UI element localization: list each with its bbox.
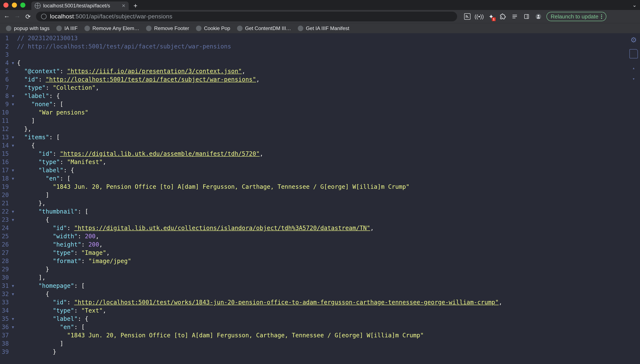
fold-spacer <box>12 240 14 249</box>
line-number: 12 <box>2 125 9 133</box>
line-number: 4 <box>2 59 9 67</box>
back-button[interactable]: ← <box>2 12 11 21</box>
side-panel-icon[interactable] <box>523 13 530 20</box>
close-window-button[interactable] <box>4 2 8 8</box>
fold-spacer <box>12 232 14 240</box>
bookmark-item[interactable]: popup with tags <box>4 24 52 32</box>
line-number: 35 <box>2 315 9 323</box>
line-number: 19 <box>2 183 9 191</box>
fold-column: ▼▼▼▼▼▼▼▼▼▼▼▼▼ <box>12 33 17 364</box>
line-number: 30 <box>2 274 9 282</box>
hypothesis-extension-icon[interactable]: h. <box>464 13 471 20</box>
fold-toggle-icon[interactable]: ▼ <box>12 59 14 67</box>
code-line: "label": { <box>17 92 640 100</box>
fold-spacer <box>12 116 14 125</box>
fold-spacer <box>12 50 14 59</box>
toolbar: ← → ⟳ localhost:5001/api/facet/subject/w… <box>0 10 640 23</box>
fold-toggle-icon[interactable]: ▼ <box>12 100 14 108</box>
fold-toggle-icon[interactable]: ▼ <box>12 315 14 323</box>
minimize-window-button[interactable] <box>12 2 17 8</box>
code-line: "en": [ <box>17 174 640 183</box>
relaunch-to-update-button[interactable]: Relaunch to update <box>546 12 606 21</box>
fold-spacer <box>12 34 14 42</box>
fold-toggle-icon[interactable]: ▼ <box>12 141 14 150</box>
url-text: localhost:5001/api/facet/subject/war-pen… <box>50 13 172 20</box>
code-line: "label": { <box>17 166 640 174</box>
reload-button[interactable]: ⟳ <box>24 12 32 21</box>
tab-strip: localhost:5001/test/api/facet/s × + <box>31 0 140 10</box>
code-line: { <box>17 141 640 150</box>
fold-spacer <box>12 348 14 356</box>
maximize-window-button[interactable] <box>20 2 26 8</box>
extensions-menu-icon[interactable] <box>499 13 507 20</box>
forward-button[interactable]: → <box>13 12 22 21</box>
code-line: "id": "https://digital.lib.utk.edu/assem… <box>17 150 640 158</box>
code-line: "format": "image/jpeg" <box>17 257 640 265</box>
collapse-all-icon[interactable]: ▴ <box>632 64 635 72</box>
tab-title: localhost:5001/test/api/facet/s <box>43 3 119 9</box>
line-number: 20 <box>2 191 9 199</box>
fold-spacer <box>12 75 14 84</box>
bookmark-item[interactable]: Remove Any Elem… <box>82 24 142 32</box>
settings-gear-icon[interactable]: ⚙ <box>631 35 636 44</box>
bookmark-item[interactable]: Remove Footer <box>144 24 192 32</box>
fold-toggle-icon[interactable]: ▼ <box>12 174 14 183</box>
bookmark-icon <box>196 26 202 31</box>
code-line: "type": "Collection", <box>17 84 640 92</box>
line-number: 15 <box>2 150 9 158</box>
code-line: "@context": "https://iiif.io/api/present… <box>17 67 640 75</box>
extension-with-badge-icon[interactable]: ✦ 1 <box>487 13 495 20</box>
fold-toggle-icon[interactable]: ▼ <box>12 282 14 290</box>
fold-spacer <box>12 199 14 208</box>
fold-spacer <box>12 42 14 50</box>
bookmark-icon <box>56 26 62 31</box>
new-tab-button[interactable]: + <box>131 2 140 10</box>
code-line: ] <box>17 116 640 125</box>
site-info-icon[interactable] <box>41 14 46 19</box>
line-number: 2 <box>2 42 9 50</box>
code-line: { <box>17 59 640 67</box>
code-line: "height": 200, <box>17 240 640 249</box>
live-reload-extension-icon[interactable]: ((•)) <box>475 13 483 20</box>
code-line: }, <box>17 199 640 208</box>
svg-rect-0 <box>524 14 529 18</box>
line-number: 32 <box>2 290 9 298</box>
line-number: 24 <box>2 224 9 232</box>
line-number: 27 <box>2 249 9 257</box>
bookmark-item[interactable]: IA IIIF <box>54 24 80 32</box>
code-line: "type": "Text", <box>17 306 640 315</box>
raw-view-icon[interactable] <box>630 49 638 58</box>
fold-toggle-icon[interactable]: ▼ <box>12 216 14 224</box>
code-line: "1843 Jun. 20, Pension Office [to] A[dam… <box>17 331 640 340</box>
code-line: "none": [ <box>17 100 640 108</box>
line-number: 37 <box>2 331 9 340</box>
code-line: }, <box>17 125 640 133</box>
line-number: 18 <box>2 174 9 183</box>
fold-spacer <box>12 67 14 75</box>
fold-spacer <box>12 340 14 348</box>
fold-toggle-icon[interactable]: ▼ <box>12 208 14 216</box>
fold-toggle-icon[interactable]: ▼ <box>12 323 14 331</box>
fold-spacer <box>12 150 14 158</box>
address-bar[interactable]: localhost:5001/api/facet/subject/war-pen… <box>36 12 457 21</box>
code-line: "type": "Manifest", <box>17 158 640 166</box>
code-content[interactable]: // 20231202130013// http://localhost:500… <box>17 33 640 364</box>
code-line: ] <box>17 340 640 348</box>
line-number: 8 <box>2 92 9 100</box>
line-number: 34 <box>2 306 9 315</box>
bookmark-item[interactable]: Get ContentDM III… <box>234 24 294 32</box>
tab-search-button[interactable]: ⌄ <box>632 2 636 8</box>
profile-icon[interactable] <box>534 13 542 20</box>
fold-toggle-icon[interactable]: ▼ <box>12 92 14 100</box>
fold-toggle-icon[interactable]: ▼ <box>12 133 14 141</box>
browser-tab-active[interactable]: localhost:5001/test/api/facet/s × <box>31 2 129 10</box>
bookmark-item[interactable]: Cookie Pop <box>194 24 233 32</box>
fold-toggle-icon[interactable]: ▼ <box>12 166 14 174</box>
close-tab-button[interactable]: × <box>122 3 125 9</box>
code-line: } <box>17 348 640 356</box>
reading-list-icon[interactable] <box>511 13 518 20</box>
bookmark-item[interactable]: Get IA IIIF Manifest <box>295 24 352 32</box>
expand-all-icon[interactable]: ▾ <box>632 75 635 83</box>
code-line: "homepage": [ <box>17 282 640 290</box>
fold-toggle-icon[interactable]: ▼ <box>12 290 14 298</box>
